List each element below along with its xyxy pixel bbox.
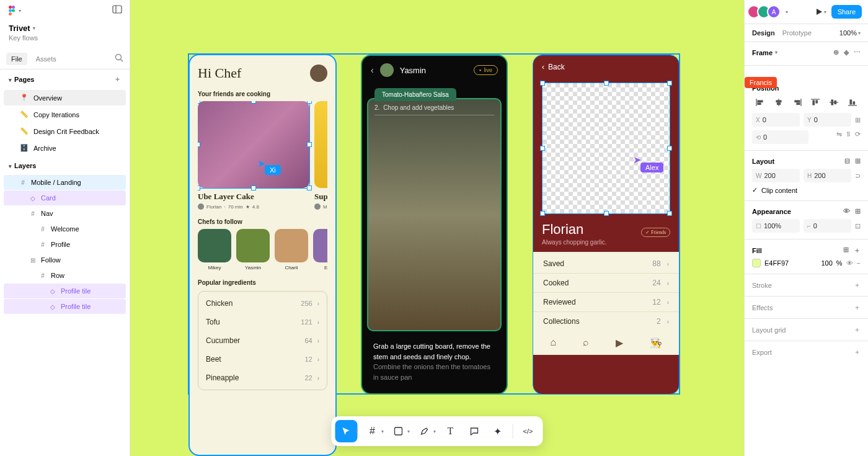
sidebar-toggle-icon[interactable] (112, 5, 122, 16)
layer-item[interactable]: Welcome (4, 221, 126, 236)
align-hcenter-button[interactable] (771, 96, 787, 109)
layer-item[interactable]: Profile tile (4, 284, 126, 298)
tab-assets[interactable]: Assets (31, 53, 61, 65)
layer-item[interactable]: Mobile / Landing (4, 175, 126, 190)
tab-file[interactable]: File (6, 53, 27, 65)
link-wh-icon[interactable]: ⊃ (855, 172, 861, 180)
height-input[interactable]: H200 (804, 169, 851, 182)
instance-icon[interactable]: ◈ (844, 48, 849, 56)
move-tool[interactable] (335, 420, 358, 442)
x-input[interactable]: X0 (752, 113, 800, 127)
svg-rect-26 (850, 100, 852, 104)
remove-fill-icon[interactable]: − (857, 259, 861, 267)
shape-tool[interactable] (388, 420, 410, 442)
layer-item[interactable]: Nav (4, 206, 126, 221)
tabbar-search-icon: ⌕ (583, 337, 589, 349)
selected-frame[interactable]: ➤ Alex (542, 83, 670, 214)
back-icon: ‹ (371, 65, 374, 75)
svg-rect-1 (12, 6, 15, 9)
tab-design[interactable]: Design (752, 29, 775, 37)
more-icon[interactable]: ⋯ (854, 48, 861, 56)
element-type: Frame (752, 49, 773, 56)
page-item[interactable]: 📏Copy Iterations (4, 107, 126, 122)
tab-prototype[interactable]: Prototype (782, 29, 812, 37)
svg-rect-2 (9, 9, 12, 12)
constraints-icon[interactable]: ⊞ (855, 116, 861, 124)
svg-rect-5 (113, 6, 122, 13)
flip-v-icon[interactable]: ⥮ (846, 130, 851, 144)
add-export-icon[interactable]: ＋ (854, 347, 861, 357)
rotation-input[interactable]: ⟲0 (752, 130, 808, 144)
zoom-select[interactable]: 100%▾ (839, 29, 861, 37)
layer-item[interactable]: Profile tile (4, 299, 126, 314)
add-page-icon[interactable]: ＋ (114, 74, 121, 84)
recipe-image (314, 101, 327, 188)
back-link: ‹Back (533, 55, 679, 79)
main-menu-button[interactable]: ▾ (7, 5, 21, 16)
layout-label: Layout (752, 158, 774, 165)
layer-item[interactable]: ⊞Follow (4, 253, 126, 267)
frame-live[interactable]: ‹ Yasmin live Tomato-Habañero Salsa 2.Ch… (361, 55, 508, 395)
add-effect-icon[interactable]: ＋ (854, 303, 861, 312)
layer-item[interactable]: Card (4, 190, 126, 205)
toolbar: ▾ #▾ ▾ ▾ T ✦ </> (332, 416, 543, 446)
actions-tool[interactable]: ✦ (487, 420, 509, 442)
align-top-button[interactable] (807, 96, 823, 109)
frame-landing[interactable]: Hi Chef Your friends are cooking Ube Lay… (189, 55, 336, 455)
svg-rect-14 (776, 101, 781, 102)
align-left-button[interactable] (752, 96, 768, 109)
width-input[interactable]: W200 (752, 169, 800, 182)
flip-h-icon[interactable]: ⇋ (836, 130, 842, 144)
dev-mode-toggle[interactable]: </> (517, 420, 539, 442)
corner-input[interactable]: ⌐0 (804, 219, 851, 233)
align-bottom-button[interactable] (844, 96, 861, 109)
page-item-overview[interactable]: 📍Overview (4, 90, 126, 105)
share-button[interactable]: Share (831, 5, 862, 19)
fill-hex[interactable]: E4FF97 (764, 259, 817, 267)
search-icon[interactable] (115, 53, 123, 65)
layer-item[interactable]: Row (4, 268, 126, 283)
opacity-input[interactable]: ☐100% (752, 219, 800, 233)
profile-name: Florian (542, 221, 583, 238)
clip-content-checkbox[interactable]: ✓Clip content (752, 186, 861, 194)
text-tool[interactable]: T (440, 420, 462, 442)
add-grid-icon[interactable]: ＋ (854, 325, 861, 334)
styles-icon[interactable]: ⊞ (843, 246, 849, 255)
canvas[interactable]: Hi Chef Your friends are cooking Ube Lay… (130, 0, 744, 456)
svg-rect-18 (797, 103, 800, 105)
layer-item[interactable]: Profile (4, 237, 126, 252)
frame-tool[interactable]: # (361, 420, 384, 442)
chef-tile: Charli (275, 229, 308, 270)
layout-more-icon[interactable]: ⊞ (855, 157, 861, 165)
layers-header: Layers (14, 162, 36, 169)
auto-layout-icon[interactable]: ⊟ (844, 157, 850, 165)
present-button[interactable]: ▾ (815, 8, 826, 16)
ingredient-row: Tofu121› (198, 313, 327, 331)
export-label: Export (752, 349, 772, 356)
pen-tool[interactable] (414, 420, 436, 442)
visibility-icon[interactable]: 👁 (843, 207, 850, 215)
page-item[interactable]: 🗄️Archive (4, 140, 126, 156)
collaborator-avatars[interactable]: A (751, 5, 781, 19)
fill-swatch[interactable] (752, 259, 761, 267)
greeting-text: Hi Chef (198, 65, 241, 81)
stat-row: Saved88› (533, 254, 679, 274)
align-right-button[interactable] (789, 96, 805, 109)
svg-rect-4 (9, 12, 12, 16)
component-icon[interactable]: ⊕ (833, 48, 839, 56)
rotate-icon[interactable]: ⟳ (855, 130, 861, 144)
svg-line-8 (121, 60, 123, 62)
comment-tool[interactable] (463, 420, 485, 442)
frame-profile[interactable]: ‹Back ➤ Alex Florian✓ Friends Always cho… (533, 55, 680, 395)
align-vcenter-button[interactable] (826, 96, 842, 109)
file-name[interactable]: Trivet▾ (9, 24, 121, 33)
fill-visibility-icon[interactable]: 👁 (846, 259, 853, 267)
page-item[interactable]: 📏Design Crit Feedback (4, 123, 126, 139)
add-fill-icon[interactable]: ＋ (854, 246, 861, 255)
corner-details-icon[interactable]: ⊡ (855, 222, 861, 230)
add-stroke-icon[interactable]: ＋ (854, 280, 861, 290)
recipe-title: Ube Layer Cake (198, 192, 309, 202)
svg-rect-3 (12, 9, 15, 12)
expand-icon[interactable]: ⊞ (855, 207, 861, 215)
y-input[interactable]: Y0 (804, 113, 851, 127)
